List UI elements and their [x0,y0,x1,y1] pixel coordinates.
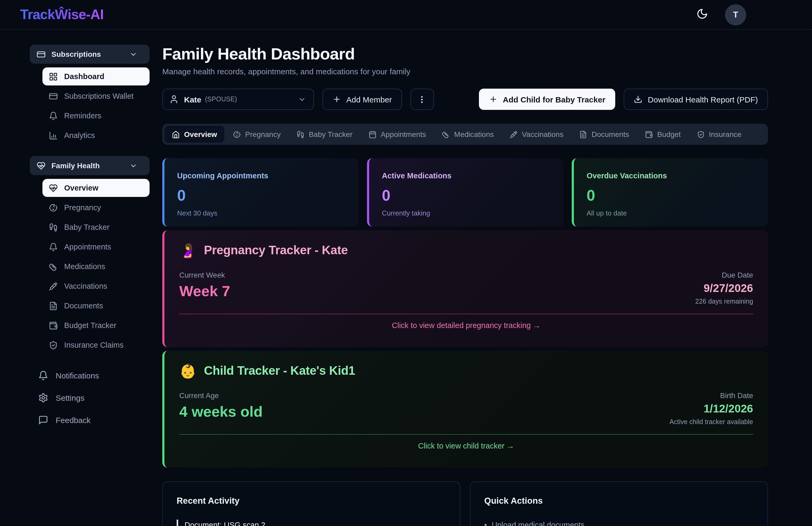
quick-action-item[interactable]: •Upload medical documents [484,520,754,526]
tab-label: Vaccinations [522,130,564,139]
main-content: Family Health Dashboard Manage health re… [162,30,812,525]
sidebar-item-subscriptions-wallet[interactable]: Subscriptions Wallet [42,87,149,105]
stat-card-upcoming-appointments: Upcoming Appointments0Next 30 days [162,158,359,227]
baby-icon [49,203,58,212]
divider [179,434,753,435]
shield-check-icon [49,341,58,350]
sidebar-item-label: Feedback [56,415,91,424]
heart-pulse-icon [49,183,58,193]
sidebar-item-notifications[interactable]: Notifications [30,366,149,385]
tab-overview[interactable]: Overview [164,126,224,143]
birth-date-label: Birth Date [670,391,753,400]
wallet-icon [49,321,58,330]
child-tracker-link[interactable]: Click to view child tracker → [179,442,753,450]
message-square-icon [38,415,48,425]
member-selector[interactable]: Kate (SPOUSE) [162,89,314,110]
sidebar-item-label: Notifications [56,371,99,380]
stat-card-overdue-vaccinations: Overdue Vaccinations0All up to date [572,158,768,227]
sidebar-item-analytics[interactable]: Analytics [42,126,149,144]
add-member-button[interactable]: Add Member [322,89,402,110]
sidebar-item-reminders[interactable]: Reminders [42,107,149,125]
birth-date-value: 1/12/2026 [670,402,753,415]
pregnancy-card-title: Pregnancy Tracker - Kate [204,243,348,257]
footprints-icon [296,130,304,138]
tab-documents[interactable]: Documents [572,126,637,143]
plus-icon [489,95,497,103]
stat-title: Overdue Vaccinations [586,171,755,180]
tab-medications[interactable]: Medications [435,126,501,143]
due-date-value: 9/27/2026 [695,282,753,295]
file-text-icon [49,301,58,310]
tab-bar: OverviewPregnancyBaby TrackerAppointment… [162,124,768,145]
toolbar: Kate (SPOUSE) Add Member Add Child for B… [162,89,768,110]
pill-icon [442,130,450,138]
sidebar-item-dashboard[interactable]: Dashboard [42,67,149,85]
sidebar-item-overview[interactable]: Overview [42,179,149,197]
stat-value: 0 [382,187,551,204]
heart-pulse-icon [37,161,46,170]
sidebar-item-label: Subscriptions Wallet [64,92,134,100]
tab-insurance[interactable]: Insurance [689,126,749,143]
dark-mode-toggle[interactable] [695,8,709,22]
sidebar-item-label: Dashboard [64,72,104,81]
sidebar-item-insurance-claims[interactable]: Insurance Claims [42,336,149,354]
quick-actions-panel: Quick Actions •Upload medical documents [470,481,768,526]
section-label: Subscriptions [52,50,101,58]
calendar-icon [368,130,376,138]
sidebar-section-subscriptions[interactable]: Subscriptions [30,45,149,64]
tab-label: Appointments [380,130,426,139]
child-tracker-status: Active child tracker available [670,418,753,426]
chevron-down-icon [129,50,137,58]
tab-label: Documents [592,130,629,139]
tab-label: Baby Tracker [309,130,352,139]
member-name: Kate [184,95,201,104]
activity-item: Document: USG scan 2 [177,520,446,526]
sidebar-item-medications[interactable]: Medications [42,257,149,275]
days-remaining: 226 days remaining [695,298,753,305]
app: TrackŴise-AI T SubscriptionsDashboardSub… [0,0,812,526]
child-tracker-card[interactable]: 👶 Child Tracker - Kate's Kid1 Current Ag… [162,351,768,468]
tab-budget[interactable]: Budget [638,126,688,143]
sidebar-item-pregnancy[interactable]: Pregnancy [42,199,149,216]
user-avatar[interactable]: T [725,4,746,25]
sidebar-item-label: Pregnancy [64,203,101,212]
download-icon [634,95,642,103]
sidebar-item-vaccinations[interactable]: Vaccinations [42,277,149,295]
bullet: • [484,520,487,526]
bell-icon [49,242,58,251]
tab-appointments[interactable]: Appointments [361,126,433,143]
sidebar-item-label: Budget Tracker [64,321,116,330]
sidebar-item-label: Insurance Claims [64,341,124,349]
app-logo[interactable]: TrackŴise-AI [20,6,104,23]
stat-caption: All up to date [586,209,755,217]
stat-value: 0 [586,187,755,204]
add-member-label: Add Member [346,95,392,104]
sidebar-section-family-health[interactable]: Family Health [30,156,149,175]
page-title: Family Health Dashboard [162,45,768,64]
stat-caption: Next 30 days [177,209,346,217]
file-text-icon [579,130,588,138]
chevron-down-icon [129,161,137,170]
stat-caption: Currently taking [382,209,551,217]
sidebar-item-budget-tracker[interactable]: Budget Tracker [42,316,149,335]
sidebar-item-settings[interactable]: Settings [30,388,149,407]
sidebar-item-label: Appointments [64,243,111,251]
tab-label: Overview [184,130,217,139]
chart-column-icon [49,131,58,140]
sidebar-item-documents[interactable]: Documents [42,297,149,315]
tab-pregnancy[interactable]: Pregnancy [226,126,288,143]
tab-baby-tracker[interactable]: Baby Tracker [289,126,360,143]
pregnancy-tracker-card[interactable]: 🤰 Pregnancy Tracker - Kate Current Week … [162,230,768,347]
sidebar-item-label: Baby Tracker [64,223,110,231]
sidebar-item-label: Vaccinations [64,282,107,290]
add-child-button[interactable]: Add Child for Baby Tracker [479,89,615,110]
sidebar-item-label: Documents [64,301,103,310]
user-icon [169,95,179,104]
sidebar-item-feedback[interactable]: Feedback [30,410,149,429]
more-options-button[interactable] [410,89,434,110]
pregnancy-detail-link[interactable]: Click to view detailed pregnancy trackin… [179,321,753,330]
sidebar-item-baby-tracker[interactable]: Baby Tracker [42,218,149,236]
download-report-button[interactable]: Download Health Report (PDF) [624,89,768,110]
sidebar-item-appointments[interactable]: Appointments [42,238,149,256]
tab-vaccinations[interactable]: Vaccinations [502,126,571,143]
